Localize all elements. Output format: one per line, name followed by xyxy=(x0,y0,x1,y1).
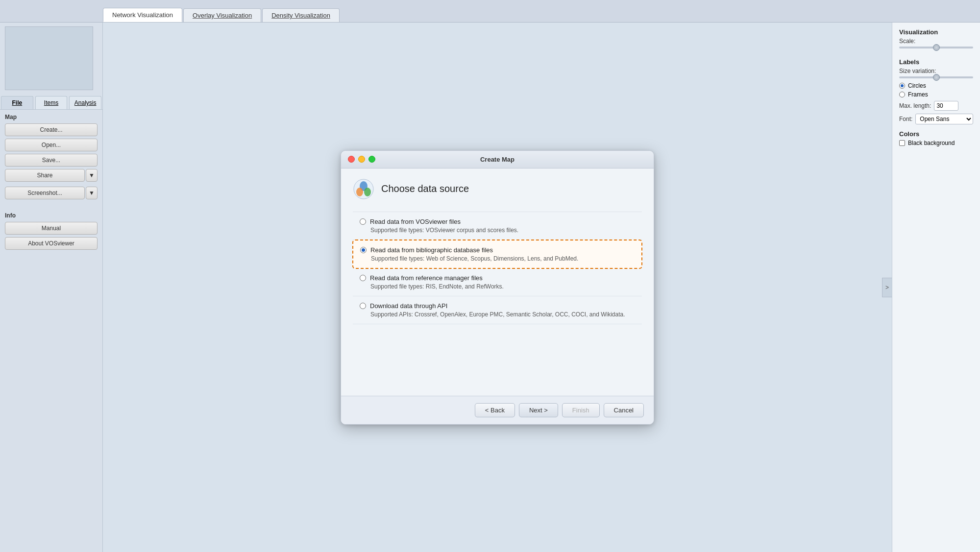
labels-section: Labels Size variation: Circles Frames Ma… xyxy=(899,58,973,124)
option-reference-radio[interactable] xyxy=(360,275,366,281)
option-vosviewer-label: Read data from VOSviewer files xyxy=(360,218,635,225)
frames-label: Frames xyxy=(908,91,928,98)
modal-titlebar: Create Map xyxy=(341,151,654,168)
option-bibliographic-label: Read data from bibliographic database fi… xyxy=(360,246,635,254)
modal-heading: Choose data source xyxy=(381,183,469,194)
frames-radio-row[interactable]: Frames xyxy=(899,91,973,98)
font-label: Font: xyxy=(899,116,912,122)
screenshot-dropdown-arrow[interactable]: ▼ xyxy=(86,187,98,199)
collapse-arrow[interactable]: > xyxy=(882,278,892,297)
option-api-label: Download data through API xyxy=(360,302,635,310)
labels-title: Labels xyxy=(899,58,973,66)
save-button[interactable]: Save... xyxy=(5,154,98,167)
share-button[interactable]: Share xyxy=(5,169,85,182)
size-variation-slider[interactable] xyxy=(899,76,973,78)
modal-header-row: Choose data source xyxy=(353,178,642,200)
window-controls xyxy=(348,156,375,163)
options-list: Read data from VOSviewer files Supported… xyxy=(353,212,642,324)
right-panel: Visualization Scale: Labels Size variati… xyxy=(892,23,980,552)
back-button[interactable]: < Back xyxy=(475,403,515,417)
scale-label: Scale: xyxy=(899,38,973,45)
option-vosviewer[interactable]: Read data from VOSviewer files Supported… xyxy=(353,212,642,240)
max-length-row: Max. length: xyxy=(899,101,973,111)
info-section: Info Manual About VOSviewer xyxy=(0,208,102,254)
black-background-row[interactable]: Black background xyxy=(899,140,973,146)
sidebar: File Items Analysis Map Create... Open..… xyxy=(0,23,103,552)
frames-radio[interactable] xyxy=(899,92,905,97)
open-button[interactable]: Open... xyxy=(5,139,98,151)
main-layout: File Items Analysis Map Create... Open..… xyxy=(0,23,980,552)
black-background-label: Black background xyxy=(908,140,955,146)
font-select[interactable]: Open Sans xyxy=(915,114,973,124)
option-api[interactable]: Download data through API Supported APIs… xyxy=(353,296,642,324)
maximize-window-button[interactable] xyxy=(368,156,375,163)
map-section: Map Create... Open... Save... Share ▼ Sc… xyxy=(0,110,102,206)
modal-overlay: Create Map Cho xyxy=(103,23,892,552)
option-api-desc: Supported APIs: Crossref, OpenAlex, Euro… xyxy=(370,311,635,318)
visualization-section: Visualization Scale: xyxy=(899,28,973,52)
modal-body: Choose data source Read data from VOSvie… xyxy=(341,168,654,396)
option-api-radio[interactable] xyxy=(360,303,366,309)
info-section-title: Info xyxy=(5,212,98,219)
sidebar-tab-file[interactable]: File xyxy=(1,96,33,109)
size-variation-label: Size variation: xyxy=(899,68,973,74)
option-vosviewer-desc: Supported file types: VOSviewer corpus a… xyxy=(370,227,635,234)
tab-network-visualization[interactable]: Network Visualization xyxy=(103,8,182,22)
circles-label: Circles xyxy=(908,82,926,89)
manual-button[interactable]: Manual xyxy=(5,222,98,235)
sidebar-tab-analysis[interactable]: Analysis xyxy=(69,96,101,109)
modal-footer: < Back Next > Finish Cancel xyxy=(341,396,654,424)
create-map-dialog: Create Map Cho xyxy=(341,150,654,425)
label-type-radio-group: Circles Frames xyxy=(899,82,973,98)
circles-radio[interactable] xyxy=(899,83,905,89)
cancel-button[interactable]: Cancel xyxy=(604,403,644,417)
scale-slider-thumb[interactable] xyxy=(933,44,940,51)
svg-point-2 xyxy=(356,188,363,196)
colors-title: Colors xyxy=(899,130,973,138)
option-reference-desc: Supported file types: RIS, EndNote, and … xyxy=(370,283,635,290)
about-button[interactable]: About VOSviewer xyxy=(5,237,98,250)
size-variation-thumb[interactable] xyxy=(933,74,940,81)
scale-slider[interactable] xyxy=(899,47,973,48)
visualization-title: Visualization xyxy=(899,28,973,36)
finish-button[interactable]: Finish xyxy=(562,403,600,417)
option-reference[interactable]: Read data from reference manager files S… xyxy=(353,268,642,296)
option-vosviewer-radio[interactable] xyxy=(360,218,366,225)
option-bibliographic[interactable]: Read data from bibliographic database fi… xyxy=(352,240,642,269)
minimize-window-button[interactable] xyxy=(358,156,365,163)
screenshot-row: Screenshot... ▼ xyxy=(5,187,98,202)
share-dropdown-arrow[interactable]: ▼ xyxy=(86,169,98,182)
option-bibliographic-radio[interactable] xyxy=(360,247,367,253)
vosviewer-icon xyxy=(353,178,374,200)
center-content: Create Map Cho xyxy=(103,23,892,552)
create-button[interactable]: Create... xyxy=(5,123,98,136)
colors-section: Colors Black background xyxy=(899,130,973,146)
option-bibliographic-desc: Supported file types: Web of Science, Sc… xyxy=(371,255,635,262)
black-background-checkbox[interactable] xyxy=(899,140,905,146)
max-length-label: Max. length: xyxy=(899,102,931,109)
tab-density-visualization[interactable]: Density Visualization xyxy=(262,8,340,22)
svg-point-3 xyxy=(364,188,371,196)
preview-area xyxy=(5,26,93,90)
modal-title: Create Map xyxy=(480,156,514,163)
font-row: Font: Open Sans xyxy=(899,114,973,124)
share-row: Share ▼ xyxy=(5,169,98,184)
map-section-title: Map xyxy=(5,114,98,120)
sidebar-tab-items[interactable]: Items xyxy=(35,96,68,109)
screenshot-button[interactable]: Screenshot... xyxy=(5,187,85,199)
option-reference-label: Read data from reference manager files xyxy=(360,274,635,282)
close-window-button[interactable] xyxy=(348,156,355,163)
max-length-input[interactable] xyxy=(934,101,958,111)
circles-radio-row[interactable]: Circles xyxy=(899,82,973,89)
sidebar-tabs: File Items Analysis xyxy=(0,94,102,110)
top-tab-bar: Network Visualization Overlay Visualizat… xyxy=(0,0,980,23)
next-button[interactable]: Next > xyxy=(519,403,558,417)
tab-overlay-visualization[interactable]: Overlay Visualization xyxy=(183,8,261,22)
